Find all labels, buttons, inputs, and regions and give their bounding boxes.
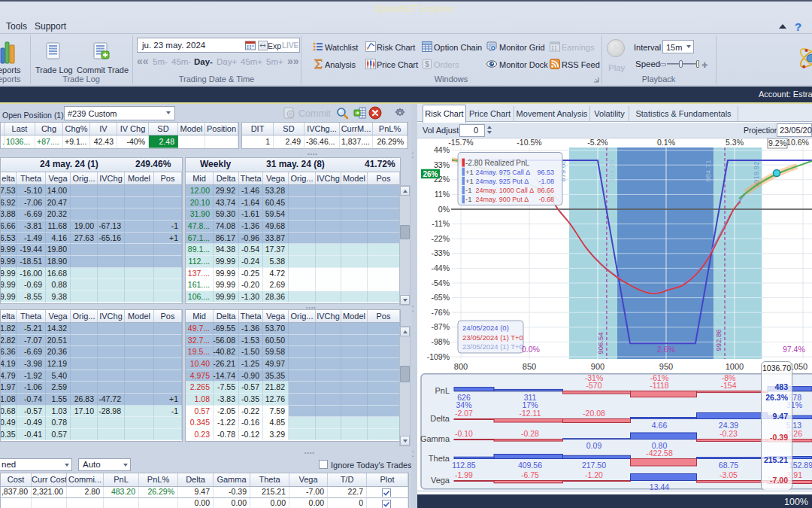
svg-text:24may. 900 Put Δ: 24may. 900 Put Δ bbox=[476, 196, 529, 203]
svg-text:33%: 33% bbox=[434, 160, 450, 169]
svg-text:11%: 11% bbox=[435, 190, 450, 199]
svg-text:24may. 975 Call Δ: 24may. 975 Call Δ bbox=[476, 169, 531, 176]
svg-text:950: 950 bbox=[659, 362, 673, 371]
svg-text:112.85: 112.85 bbox=[452, 461, 475, 470]
svg-text:992.86: 992.86 bbox=[714, 329, 723, 351]
svg-text:0.0%: 0.0% bbox=[522, 345, 540, 354]
svg-text:900: 900 bbox=[591, 362, 604, 371]
svg-text:1000: 1000 bbox=[726, 362, 744, 371]
svg-text:86.66: 86.66 bbox=[537, 187, 554, 194]
svg-text:984.71: 984.71 bbox=[704, 160, 712, 181]
svg-text:-0.10: -0.10 bbox=[455, 429, 473, 438]
svg-text:24.39: 24.39 bbox=[719, 421, 738, 430]
svg-text:-2.07: -2.07 bbox=[455, 409, 473, 418]
svg-text:5.3%: 5.3% bbox=[726, 138, 744, 147]
svg-text:-12.11: -12.11 bbox=[520, 409, 541, 418]
svg-text:914.29: 914.29 bbox=[607, 160, 616, 181]
svg-text:-6.75: -6.75 bbox=[521, 470, 539, 479]
svg-text:-65%: -65% bbox=[431, 293, 450, 302]
svg-text:-87%: -87% bbox=[431, 322, 450, 331]
svg-text:23/05/2024 (1) T+0: 23/05/2024 (1) T+0 bbox=[462, 333, 523, 342]
svg-text:2.6%: 2.6% bbox=[657, 345, 675, 354]
svg-text:-1.20: -1.20 bbox=[585, 470, 603, 479]
svg-text:Theta: Theta bbox=[429, 454, 450, 463]
svg-text:-22%: -22% bbox=[431, 234, 450, 243]
svg-text:-1.99: -1.99 bbox=[455, 470, 473, 479]
svg-text:-0.23: -0.23 bbox=[720, 429, 738, 438]
svg-text:-98%: -98% bbox=[431, 337, 450, 346]
svg-text:-15.7%: -15.7% bbox=[448, 138, 473, 147]
svg-text:Vega: Vega bbox=[431, 476, 450, 485]
svg-text:68.75: 68.75 bbox=[719, 461, 738, 470]
svg-text:4.66: 4.66 bbox=[652, 421, 668, 430]
svg-text:-33%: -33% bbox=[431, 248, 450, 257]
svg-text:24/05/2024 (0): 24/05/2024 (0) bbox=[462, 324, 509, 332]
svg-text:+1: +1 bbox=[465, 177, 474, 185]
svg-text:-1: -1 bbox=[465, 186, 471, 194]
svg-text:800: 800 bbox=[454, 362, 468, 371]
svg-text:-76%: -76% bbox=[431, 308, 450, 317]
svg-text:-422.58: -422.58 bbox=[646, 449, 673, 458]
svg-text:-2.80 Realized PnL: -2.80 Realized PnL bbox=[465, 159, 529, 167]
svg-text:9.2%: 9.2% bbox=[768, 138, 786, 148]
svg-text:0.09: 0.09 bbox=[586, 441, 602, 450]
svg-text:-154: -154 bbox=[720, 381, 736, 390]
svg-text:44%: 44% bbox=[434, 145, 450, 154]
svg-text:0%: 0% bbox=[438, 205, 450, 214]
svg-text:23/05/2024 (1) T+0: 23/05/2024 (1) T+0 bbox=[462, 342, 523, 351]
svg-text:-1118: -1118 bbox=[650, 381, 668, 390]
svg-text:-0.28: -0.28 bbox=[521, 429, 539, 438]
svg-text:$: $ bbox=[425, 60, 429, 68]
svg-text:Delta: Delta bbox=[430, 414, 450, 423]
svg-text:PnL: PnL bbox=[435, 386, 450, 395]
svg-text:-54%: -54% bbox=[431, 278, 450, 287]
svg-text:96.53: 96.53 bbox=[537, 169, 554, 176]
svg-text:-20.08: -20.08 bbox=[583, 409, 605, 418]
svg-text:-109%: -109% bbox=[427, 352, 450, 361]
svg-text:0.1%: 0.1% bbox=[657, 138, 675, 147]
svg-text:-5.2%: -5.2% bbox=[587, 138, 607, 147]
svg-text:906.54: 906.54 bbox=[596, 332, 604, 354]
svg-text:-10.5%: -10.5% bbox=[517, 138, 541, 147]
svg-text:10.6%: 10.6% bbox=[786, 138, 809, 147]
svg-text:24may. 925 Put Δ: 24may. 925 Put Δ bbox=[476, 178, 529, 185]
svg-text:97.4%: 97.4% bbox=[783, 345, 805, 354]
svg-text:24may. 1000 Call Δ: 24may. 1000 Call Δ bbox=[476, 187, 535, 194]
svg-text:217.50: 217.50 bbox=[582, 461, 606, 470]
svg-text:-1.08: -1.08 bbox=[538, 178, 554, 185]
svg-text:850: 850 bbox=[523, 362, 536, 371]
svg-text:-3.05: -3.05 bbox=[720, 470, 738, 479]
svg-text:-44%: -44% bbox=[431, 263, 450, 272]
svg-text:26%: 26% bbox=[423, 170, 438, 178]
svg-text:-0.68: -0.68 bbox=[538, 196, 554, 203]
svg-text:-1: -1 bbox=[465, 195, 471, 203]
svg-text:-11%: -11% bbox=[432, 219, 450, 228]
svg-text:+1: +1 bbox=[465, 168, 474, 176]
svg-text:-570: -570 bbox=[586, 381, 601, 390]
svg-text:Gamma: Gamma bbox=[420, 434, 450, 443]
svg-text:409.56: 409.56 bbox=[518, 461, 542, 470]
